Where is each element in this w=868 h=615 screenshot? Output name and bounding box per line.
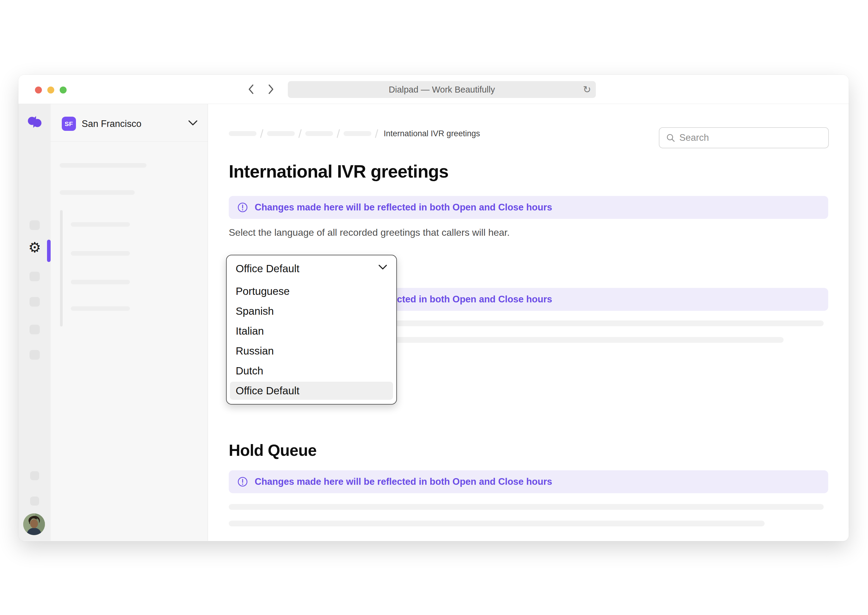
sidebar-skeleton-bar [71, 306, 130, 311]
breadcrumb-skeleton[interactable] [344, 131, 371, 136]
office-badge: SF [62, 117, 76, 131]
selected-language: Office Default [236, 262, 299, 275]
dropdown-option-italian[interactable]: Italian [227, 321, 396, 341]
breadcrumb-skeleton[interactable] [267, 131, 295, 136]
chevron-down-icon [378, 264, 387, 270]
reload-icon[interactable]: ↻ [583, 84, 591, 95]
content-skeleton-bar [229, 521, 765, 526]
app-body: ⚙ [19, 104, 849, 541]
search-input[interactable] [679, 132, 821, 143]
page-title-text: Dialpad — Work Beautifully [389, 85, 495, 95]
rail-item-placeholder[interactable] [30, 325, 40, 334]
main-content: International IVR greetings Internationa… [208, 104, 849, 541]
breadcrumb-separator [260, 129, 263, 138]
settings-gear-icon[interactable]: ⚙ [26, 239, 43, 256]
dropdown-option-spanish[interactable]: Spanish [227, 301, 396, 321]
notice-text: Changes made here will be reflected in b… [255, 202, 552, 213]
office-name: San Francisco [82, 119, 141, 130]
chevron-left-icon [248, 84, 254, 95]
app-icon-rail: ⚙ [19, 104, 51, 541]
info-icon [237, 476, 248, 487]
language-dropdown[interactable]: Office Default Portuguese Spanish Italia… [226, 255, 397, 404]
hold-queue-heading: Hold Queue [229, 441, 316, 459]
chevron-down-icon [188, 120, 198, 126]
sidebar-skeleton-bar [71, 251, 130, 256]
section-description: Select the language of all recorded gree… [229, 227, 510, 238]
dropdown-option-dutch[interactable]: Dutch [227, 361, 396, 381]
minimize-window-button[interactable] [47, 86, 54, 94]
office-switcher[interactable]: SF San Francisco [51, 104, 208, 142]
dropdown-option-office-default[interactable]: Office Default [230, 382, 393, 400]
sidebar-skeleton-rail [60, 210, 63, 326]
back-button[interactable] [245, 83, 257, 95]
sidebar: SF San Francisco [51, 104, 208, 541]
dialpad-logo-icon [27, 115, 42, 130]
address-bar[interactable]: Dialpad — Work Beautifully ↻ [288, 81, 596, 98]
forward-button[interactable] [265, 83, 277, 95]
browser-titlebar: Dialpad — Work Beautifully ↻ [19, 75, 849, 104]
rail-item-placeholder[interactable] [30, 471, 39, 480]
rail-item-placeholder[interactable] [30, 496, 39, 506]
sidebar-skeleton-bar [60, 190, 135, 195]
rail-item-placeholder[interactable] [30, 297, 40, 307]
dropdown-option-portuguese[interactable]: Portuguese [227, 281, 396, 301]
desktop-background: Dialpad — Work Beautifully ↻ [0, 0, 868, 615]
language-dropdown-trigger[interactable]: Office Default [227, 256, 396, 281]
sidebar-skeleton-bar [71, 222, 130, 227]
dropdown-option-russian[interactable]: Russian [227, 341, 396, 361]
zoom-window-button[interactable] [60, 86, 67, 94]
rail-item-placeholder[interactable] [30, 350, 40, 360]
rail-item-placeholder[interactable] [30, 272, 40, 281]
notice-banner: Changes made here will be reflected in b… [229, 196, 828, 219]
search-box[interactable] [659, 127, 829, 148]
user-avatar[interactable] [23, 514, 45, 535]
notice-banner: Changes made here will be reflected in b… [229, 470, 828, 493]
chevron-right-icon [268, 84, 274, 95]
active-section-indicator [47, 240, 51, 262]
close-window-button[interactable] [35, 86, 42, 94]
page-heading: International IVR greetings [229, 161, 449, 182]
breadcrumb-separator [298, 129, 302, 138]
breadcrumb-separator [337, 129, 340, 138]
breadcrumb-separator [375, 129, 378, 138]
info-icon [237, 202, 248, 213]
rail-item-placeholder[interactable] [30, 220, 40, 230]
sidebar-skeleton-bar [71, 280, 130, 284]
breadcrumb-skeleton[interactable] [305, 131, 333, 136]
content-skeleton-bar [229, 504, 824, 510]
breadcrumb-skeleton[interactable] [229, 131, 257, 136]
breadcrumb: International IVR greetings [229, 128, 480, 139]
notice-text: Changes made here will be reflected in b… [255, 476, 552, 487]
breadcrumb-current: International IVR greetings [384, 129, 480, 138]
search-icon [666, 133, 675, 142]
sidebar-skeleton-bar [60, 163, 146, 168]
browser-window: Dialpad — Work Beautifully ↻ [19, 75, 849, 541]
